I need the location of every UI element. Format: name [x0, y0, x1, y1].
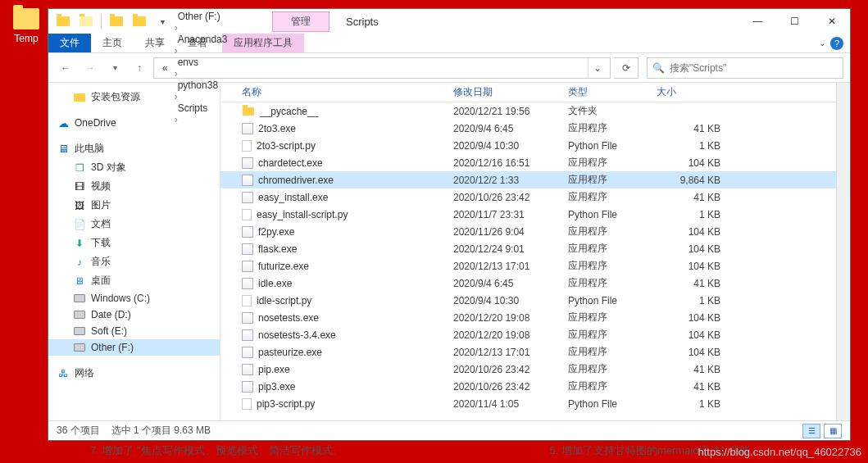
file-row[interactable]: nosetests-3.4.exe2020/12/20 19:08应用程序104…: [220, 326, 836, 343]
file-row[interactable]: 2to3.exe2020/9/4 6:45应用程序41 KB: [220, 120, 836, 137]
file-row[interactable]: chromedriver.exe2020/12/2 1:33应用程序9,864 …: [220, 171, 836, 188]
file-type: 应用程序: [568, 156, 657, 170]
file-row[interactable]: idle.exe2020/9/4 6:45应用程序41 KB: [220, 275, 836, 292]
file-row[interactable]: easy_install-script.py2020/11/7 23:31Pyt…: [220, 206, 836, 223]
sidebar-item-videos[interactable]: 🎞视频: [48, 177, 220, 196]
file-name: 2to3.exe: [258, 123, 296, 134]
up-button[interactable]: ↑: [129, 57, 150, 79]
sidebar-item-desktop[interactable]: 🖥桌面: [48, 271, 220, 290]
exe-icon: [242, 175, 253, 186]
properties-icon[interactable]: [107, 11, 126, 31]
forward-button[interactable]: →: [80, 57, 101, 79]
search-box[interactable]: 🔍: [647, 57, 843, 79]
file-row[interactable]: easy_install.exe2020/10/26 23:42应用程序41 K…: [220, 188, 836, 206]
breadcrumb-item[interactable]: Anaconda3: [173, 34, 233, 45]
close-button[interactable]: ✕: [813, 9, 850, 34]
file-date: 2020/12/24 9:01: [453, 243, 568, 255]
file-row[interactable]: flask.exe2020/12/24 9:01应用程序104 KB: [220, 240, 836, 257]
sidebar-item-pictures[interactable]: 🖼图片: [48, 196, 220, 215]
sidebar[interactable]: 安装包资源 ☁OneDrive 🖥此电脑 ❒3D 对象 🎞视频 🖼图片 📄文档 …: [48, 83, 220, 420]
desktop-icon-temp[interactable]: Temp: [10, 8, 43, 44]
file-row[interactable]: pip.exe2020/10/26 23:42应用程序41 KB: [220, 361, 836, 378]
col-header-date[interactable]: 修改日期: [453, 85, 568, 99]
column-headers[interactable]: 名称 修改日期 类型 大小: [220, 83, 836, 102]
ribbon-tab-file[interactable]: 文件: [48, 34, 91, 52]
sidebar-item-ddrive[interactable]: Date (D:): [48, 306, 220, 323]
file-row[interactable]: futurize.exe2020/12/13 17:01应用程序104 KB: [220, 257, 836, 275]
music-icon: ♪: [73, 256, 86, 268]
view-details-button[interactable]: ☰: [802, 424, 820, 438]
sidebar-item-3dobjects[interactable]: ❒3D 对象: [48, 158, 220, 177]
col-header-type[interactable]: 类型: [568, 85, 657, 99]
sidebar-item-edrive[interactable]: Soft (E:): [48, 323, 220, 339]
file-row[interactable]: pasteurize.exe2020/12/13 17:01应用程序104 KB: [220, 343, 836, 361]
scrollbar[interactable]: [836, 83, 850, 420]
sidebar-item-onedrive[interactable]: ☁OneDrive: [48, 115, 220, 131]
chevron-right-icon[interactable]: ›: [173, 45, 180, 57]
file-row[interactable]: idle-script.py2020/9/4 10:30Python File1…: [220, 292, 836, 309]
sidebar-item-music[interactable]: ♪音乐: [48, 252, 220, 271]
file-row[interactable]: pip3.exe2020/10/26 23:42应用程序41 KB: [220, 378, 836, 395]
view-large-button[interactable]: ▦: [824, 424, 842, 438]
refresh-button[interactable]: ⟳: [614, 57, 639, 79]
sidebar-item-fdrive[interactable]: Other (F:): [48, 339, 220, 356]
col-header-name[interactable]: 名称: [225, 85, 453, 99]
ribbon-collapse-icon[interactable]: ⌄: [819, 39, 825, 48]
help-icon[interactable]: ?: [830, 37, 843, 50]
quick-access-toolbar: ▾: [48, 11, 174, 31]
file-type: Python File: [568, 140, 657, 152]
file-date: 2020/11/4 1:05: [453, 398, 568, 410]
sidebar-item-thispc[interactable]: 🖥此电脑: [48, 139, 220, 158]
contextual-tab-manage[interactable]: 管理: [272, 11, 329, 32]
qat-dropdown-icon[interactable]: ▾: [152, 11, 172, 31]
breadcrumb[interactable]: « Other (F:)›Anaconda3›envs›python38›Scr…: [153, 57, 611, 79]
file-type: 应用程序: [568, 311, 657, 325]
file-row[interactable]: pip3-script.py2020/11/4 1:05Python File1…: [220, 395, 836, 412]
file-date: 2020/12/21 19:56: [453, 106, 568, 117]
col-header-size[interactable]: 大小: [657, 85, 730, 99]
minimize-button[interactable]: —: [739, 9, 776, 34]
file-type: 应用程序: [568, 276, 657, 290]
file-name: pip3.exe: [258, 381, 295, 393]
sidebar-item-cdrive[interactable]: Windows (C:): [48, 290, 220, 306]
back-button[interactable]: ←: [55, 57, 76, 79]
file-name: pip3-script.py: [257, 398, 315, 410]
file-size: 104 KB: [657, 329, 730, 341]
exe-icon: [242, 312, 253, 324]
file-list[interactable]: __pycache__2020/12/21 19:56文件夹2to3.exe20…: [220, 102, 836, 420]
py-icon: [242, 209, 252, 220]
file-row[interactable]: nosetests.exe2020/12/20 19:08应用程序104 KB: [220, 309, 836, 326]
maximize-button[interactable]: ☐: [776, 9, 813, 34]
file-row[interactable]: 2to3-script.py2020/9/4 10:30Python File1…: [220, 137, 836, 154]
file-size: 104 KB: [657, 312, 730, 324]
breadcrumb-item[interactable]: envs: [173, 57, 233, 68]
history-dropdown[interactable]: ▾: [104, 57, 125, 79]
sidebar-item-downloads[interactable]: ⬇下载: [48, 234, 220, 252]
file-row[interactable]: __pycache__2020/12/21 19:56文件夹: [220, 102, 836, 120]
sidebar-item-documents[interactable]: 📄文档: [48, 215, 220, 234]
pin-folder-icon[interactable]: [76, 11, 96, 31]
new-folder-icon[interactable]: [130, 11, 149, 31]
folder-icon[interactable]: [53, 11, 73, 31]
file-row[interactable]: f2py.exe2020/11/26 9:04应用程序104 KB: [220, 223, 836, 240]
sidebar-item-network[interactable]: 🖧网络: [48, 364, 220, 383]
ribbon-tab-apptools[interactable]: 应用程序工具: [222, 34, 304, 52]
breadcrumb-dropdown-icon[interactable]: ⌄: [588, 58, 607, 78]
file-name: pasteurize.exe: [258, 347, 322, 358]
chevron-right-icon[interactable]: ›: [173, 22, 180, 34]
file-date: 2020/9/4 6:45: [453, 123, 568, 134]
drive-icon: [73, 293, 86, 304]
file-row[interactable]: chardetect.exe2020/12/16 16:51应用程序104 KB: [220, 154, 836, 171]
ribbon-tab-home[interactable]: 主页: [91, 34, 134, 52]
sidebar-item-pkg[interactable]: 安装包资源: [48, 88, 220, 107]
cloud-icon: ☁: [57, 117, 70, 129]
breadcrumb-item[interactable]: Other (F:): [173, 11, 233, 22]
file-name: easy_install-script.py: [257, 209, 348, 220]
download-icon: ⬇: [73, 238, 86, 249]
breadcrumb-root-icon[interactable]: «: [157, 58, 173, 78]
chevron-right-icon[interactable]: ›: [173, 68, 180, 79]
file-size: 1 KB: [657, 209, 730, 220]
search-input[interactable]: [670, 62, 838, 74]
file-size: 41 KB: [657, 364, 730, 375]
ribbon-tab-share[interactable]: 共享: [134, 34, 176, 52]
